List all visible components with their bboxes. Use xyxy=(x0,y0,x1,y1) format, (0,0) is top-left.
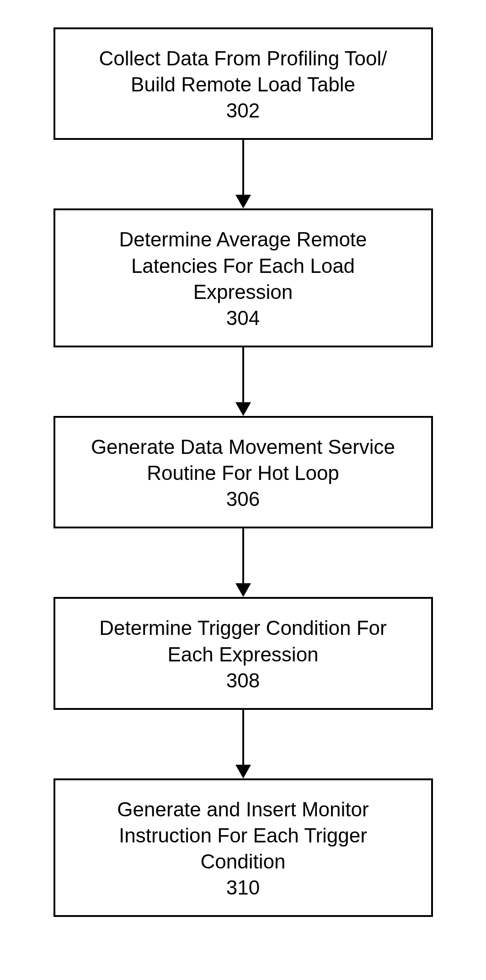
step-number: 306 xyxy=(226,488,260,511)
flowchart-step-4: Determine Trigger Condition ForEach Expr… xyxy=(53,597,433,709)
arrow-2 xyxy=(235,347,251,416)
arrow-3 xyxy=(235,528,251,597)
flowchart-step-3: Generate Data Movement ServiceRoutine Fo… xyxy=(53,416,433,528)
step-text: Generate and Insert MonitorInstruction F… xyxy=(117,796,369,875)
arrow-1 xyxy=(235,140,251,208)
arrow-head-icon xyxy=(235,402,251,416)
arrow-line xyxy=(242,140,244,196)
arrow-line xyxy=(242,528,244,584)
flowchart-step-5: Generate and Insert MonitorInstruction F… xyxy=(53,778,433,917)
arrow-4 xyxy=(235,710,251,778)
flowchart-container: Collect Data From Profiling Tool/Build R… xyxy=(37,27,449,917)
step-text: Determine Trigger Condition ForEach Expr… xyxy=(99,615,386,667)
step-text: Generate Data Movement ServiceRoutine Fo… xyxy=(91,434,395,486)
step-number: 304 xyxy=(226,307,260,330)
step-text: Determine Average RemoteLatencies For Ea… xyxy=(119,226,367,305)
arrow-line xyxy=(242,710,244,766)
flowchart-step-2: Determine Average RemoteLatencies For Ea… xyxy=(53,208,433,347)
step-number: 310 xyxy=(226,876,260,899)
step-text: Collect Data From Profiling Tool/Build R… xyxy=(99,45,387,97)
arrow-head-icon xyxy=(235,195,251,208)
step-number: 308 xyxy=(226,669,260,692)
arrow-head-icon xyxy=(235,583,251,597)
step-number: 302 xyxy=(226,99,260,122)
arrow-line xyxy=(242,347,244,403)
flowchart-step-1: Collect Data From Profiling Tool/Build R… xyxy=(53,27,433,140)
arrow-head-icon xyxy=(235,765,251,778)
